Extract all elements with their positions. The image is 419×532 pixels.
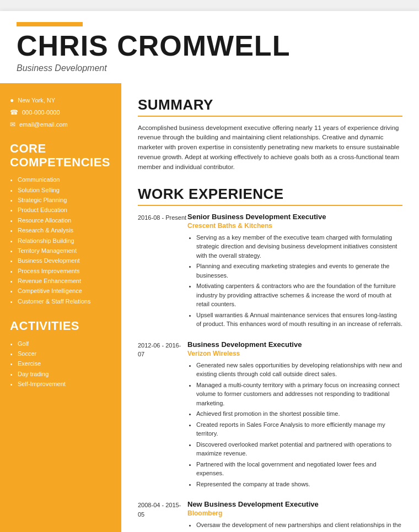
competency-item: Product Education (18, 206, 111, 214)
activity-item: Exercise (18, 360, 111, 368)
bullet-item: Created reports in Sales Force Analysis … (196, 420, 402, 438)
competency-item: Research & Analysis (18, 226, 111, 235)
contact-section: ● New York, NY ☎ 000-000-0000 ✉ email@em… (10, 96, 111, 128)
email-item: ✉ email@email.com (10, 121, 111, 128)
bullet-item: Serving as a key member of the executive… (196, 233, 402, 260)
work-experience-section: WORK EXPERIENCE 2016-08 - PresentSenior … (138, 186, 402, 532)
candidate-title: Business Development (17, 63, 402, 73)
job-bullets: Oversaw the development of new partnersh… (187, 520, 402, 532)
job-content: New Business Development ExecutiveBloomb… (187, 500, 402, 532)
competency-item: Communication (18, 176, 111, 184)
competency-item: Revenue Enhancement (18, 277, 111, 285)
activity-item: Day trading (18, 370, 111, 378)
competency-item: Territory Management (18, 247, 111, 255)
bullet-item: Discovered overlooked market potential a… (196, 440, 402, 458)
bullet-item: Planning and executing marketing strateg… (196, 262, 402, 280)
sidebar: ● New York, NY ☎ 000-000-0000 ✉ email@em… (0, 83, 121, 532)
competency-item: Business Development (18, 257, 111, 265)
competencies-list: CommunicationSolution SellingStrategic P… (10, 176, 111, 306)
header-accent-bar (17, 22, 83, 26)
competency-item: Process Improvements (18, 267, 111, 275)
activity-item: Golf (18, 340, 111, 348)
header: CHRIS CROMWELL Business Development (0, 11, 419, 83)
activity-item: Soccer (18, 350, 111, 358)
job-company: Verizon Wireless (187, 350, 402, 357)
activities-section: ACTIVITIES GolfSoccerExerciseDay trading… (10, 319, 111, 388)
competencies-title: CORECOMPETENCIES (10, 142, 111, 170)
bullet-item: Motivating carpenters & contractors who … (196, 281, 402, 309)
job-title: Business Development Executive (187, 340, 402, 349)
job-item: 2008-04 - 2015-05New Business Developmen… (138, 500, 402, 532)
job-dates: 2016-08 - Present (138, 213, 187, 330)
job-content: Business Development ExecutiveVerizon Wi… (187, 340, 402, 491)
bullet-item: Represented the company at trade shows. (196, 480, 402, 489)
competency-item: Customer & Staff Relations (18, 297, 111, 306)
job-content: Senior Business Development ExecutiveCre… (187, 213, 402, 330)
job-item: 2016-08 - PresentSenior Business Develop… (138, 213, 402, 330)
main-content: SUMMARY Accomplished business developmen… (121, 83, 419, 532)
activities-list: GolfSoccerExerciseDay tradingSelf-Improv… (10, 340, 111, 389)
phone-item: ☎ 000-000-0000 (10, 108, 111, 116)
bullet-item: Partnered with the local government and … (196, 460, 402, 478)
job-dates: 2012-06 - 2016-07 (138, 340, 187, 491)
location-icon: ● (10, 96, 14, 104)
bullet-item: Oversaw the development of new partnersh… (196, 520, 402, 532)
competency-item: Strategic Planning (18, 196, 111, 204)
location-item: ● New York, NY (10, 96, 111, 104)
job-title: Senior Business Development Executive (187, 213, 402, 221)
bullet-item: Achieved first promotion in the shortest… (196, 409, 402, 419)
phone-icon: ☎ (10, 108, 18, 116)
bullet-item: Upsell warranties & Annual maintenance s… (196, 311, 402, 329)
job-bullets: Serving as a key member of the executive… (187, 233, 402, 329)
job-item: 2012-06 - 2016-07Business Development Ex… (138, 340, 402, 491)
competencies-section: CORECOMPETENCIES CommunicationSolution S… (10, 142, 111, 306)
jobs-list: 2016-08 - PresentSenior Business Develop… (138, 213, 402, 532)
summary-title: SUMMARY (138, 96, 402, 117)
candidate-name: CHRIS CROMWELL (17, 31, 402, 61)
phone-text: 000-000-0000 (22, 109, 60, 116)
competency-item: Relationship Building (18, 237, 111, 245)
summary-section: SUMMARY Accomplished business developmen… (138, 96, 402, 172)
job-title: New Business Development Executive (187, 500, 402, 508)
job-company: Bloomberg (187, 509, 402, 517)
job-bullets: Generated new sales opportunities by dev… (187, 361, 402, 489)
bullet-item: Generated new sales opportunities by dev… (196, 361, 402, 379)
competency-item: Competitive Intelligence (18, 287, 111, 295)
job-company: Crescent Baths & Kitchens (187, 222, 402, 230)
email-icon: ✉ (10, 121, 15, 128)
bullet-item: Managed a multi-county territory with a … (196, 381, 402, 408)
activities-title: ACTIVITIES (10, 319, 111, 333)
location-text: New York, NY (18, 97, 55, 104)
summary-text: Accomplished business development execut… (138, 123, 402, 172)
email-text: email@email.com (19, 121, 68, 128)
resume: CHRIS CROMWELL Business Development ● Ne… (0, 11, 419, 532)
work-experience-title: WORK EXPERIENCE (138, 186, 402, 206)
activity-item: Self-Improvement (18, 380, 111, 388)
competency-item: Resource Allocation (18, 216, 111, 225)
job-dates: 2008-04 - 2015-05 (138, 500, 187, 532)
competency-item: Solution Selling (18, 186, 111, 194)
body: ● New York, NY ☎ 000-000-0000 ✉ email@em… (0, 83, 419, 532)
